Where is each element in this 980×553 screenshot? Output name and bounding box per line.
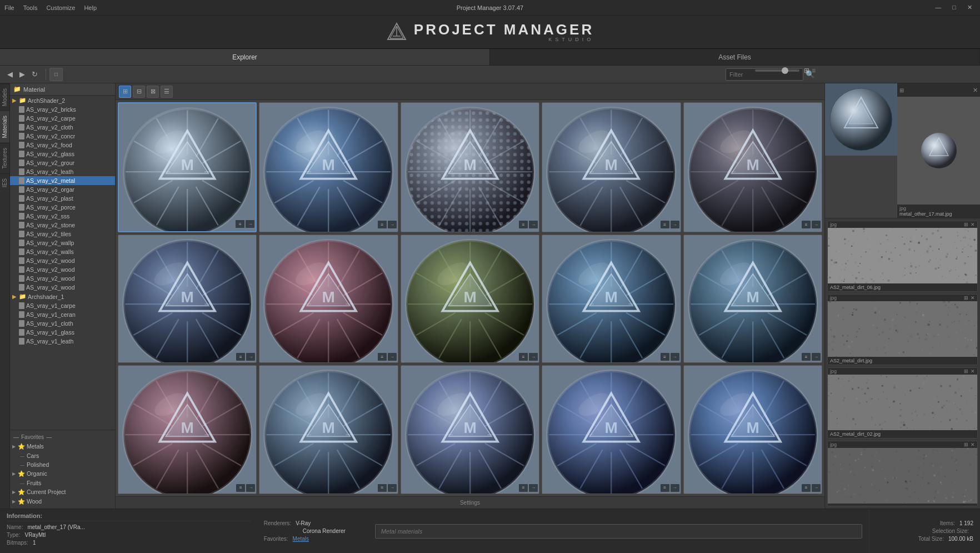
tree-item-carpet[interactable]: AS_vray_v2_carpe — [10, 114, 115, 123]
grid-action-arrow-4[interactable]: → — [671, 221, 679, 228]
menu-customize[interactable]: Customize — [46, 4, 75, 11]
grid-item-12[interactable]: M ≡ → metal_sheet_09 (VRayMtl) — [259, 365, 398, 494]
tree-item-glass[interactable]: AS_vray_v2_glass — [10, 150, 115, 158]
tree-item-cloth[interactable]: AS_vray_v2_cloth — [10, 123, 115, 132]
tree-item-v1ceramic[interactable]: AS_vray_v1_ceran — [10, 310, 115, 319]
tree-item-wallpaper[interactable]: AS_vray_v2_wallp — [10, 238, 115, 247]
close-btn[interactable]: ✕ — [964, 3, 976, 12]
menu-file[interactable]: File — [4, 4, 14, 11]
grid-action-menu-12[interactable]: ≡ — [378, 484, 387, 492]
fav-item-wood[interactable]: ▶⭐ Wood — [10, 497, 115, 506]
grid-action-menu-1[interactable]: ≡ — [236, 220, 244, 228]
grid-action-arrow-10[interactable]: → — [812, 353, 821, 361]
grid-action-menu-6[interactable]: ≡ — [236, 353, 245, 361]
minimize-btn[interactable]: — — [932, 3, 944, 12]
tree-item-v1leather[interactable]: AS_vray_v1_leath — [10, 337, 115, 346]
grid-action-menu-14[interactable]: ≡ — [661, 484, 669, 492]
tree-item-bricks[interactable]: AS_vray_v2_bricks — [10, 105, 115, 114]
tree-item-sss[interactable]: AS_vray_v2_sss — [10, 212, 115, 221]
gallery-close-icon-3[interactable]: ✕ — [971, 368, 975, 374]
grid-action-menu-10[interactable]: ≡ — [802, 353, 811, 361]
grid-item-15[interactable]: M ≡ → metal_sheet_12 (VRayMtl) — [683, 365, 822, 494]
grid-action-arrow-11[interactable]: → — [246, 484, 255, 492]
tree-item-wood4[interactable]: AS_vray_v2_wood — [10, 283, 115, 292]
grid-action-arrow-15[interactable]: → — [812, 484, 821, 492]
menu-tools[interactable]: Tools — [23, 4, 38, 11]
fav-item-metals[interactable]: ▶⭐ Metals — [10, 442, 115, 451]
grid-action-arrow-1[interactable]: → — [246, 220, 254, 228]
gallery-item-4[interactable]: jpg ⊞ ✕ — [827, 441, 978, 506]
grid-item-6[interactable]: M ≡ → metal_sheet_03 (VRayMtl) — [118, 235, 257, 363]
size-slider-thumb[interactable] — [782, 67, 788, 74]
grid-action-arrow-5[interactable]: → — [812, 221, 821, 228]
fav-item-fruits[interactable]: —Fruits — [10, 479, 115, 487]
grid-item-10[interactable]: M ≡ → metal_sheet_07 (VRayMtl) — [683, 235, 822, 363]
tree-item-wood2[interactable]: AS_vray_v2_wood — [10, 265, 115, 274]
grid-item-1[interactable]: M ≡ → metal_other_17 (VRayMtl) — [118, 102, 257, 232]
tree-item-v1cloth[interactable]: AS_vray_v1_cloth — [10, 319, 115, 328]
tree-item-stone[interactable]: AS_vray_v2_stone — [10, 221, 115, 230]
tree-item-archshader1[interactable]: ▶📁Archshader_1 — [10, 292, 115, 301]
grid-action-menu-2[interactable]: ≡ — [378, 221, 387, 228]
view-large-btn[interactable]: ⊞ — [119, 86, 131, 98]
grid-item-5[interactable]: M ≡ → metal_sheet_02 (VRayMtl) — [683, 102, 822, 232]
grid-action-menu-15[interactable]: ≡ — [802, 484, 811, 492]
tree-item-concrete[interactable]: AS_vray_v2_concr — [10, 132, 115, 141]
grid-item-8[interactable]: M ≡ → metal_sheet_05 (VRayMtl) — [401, 235, 539, 363]
tree-item-tiles[interactable]: AS_vray_v2_tiles — [10, 230, 115, 238]
favorites-link-value[interactable]: Metals — [293, 536, 309, 542]
grid-action-arrow-9[interactable]: → — [671, 353, 679, 361]
tab-asset-files[interactable]: Asset Files — [490, 49, 980, 65]
side-tab-ies[interactable]: IES — [0, 173, 9, 192]
grid-settings[interactable]: Settings — [116, 496, 824, 509]
grid-action-arrow-7[interactable]: → — [388, 353, 397, 361]
fav-item-current_project[interactable]: ▶⭐ Current Project — [10, 487, 115, 497]
grid-action-menu-4[interactable]: ≡ — [661, 221, 669, 228]
menu-help[interactable]: Help — [84, 4, 97, 11]
right-top-grid-icon[interactable]: ⊞ — [899, 87, 904, 93]
maximize-btn[interactable]: □ — [949, 3, 959, 12]
view-list-btn[interactable]: ☰ — [161, 86, 173, 98]
gallery-close-icon-1[interactable]: ✕ — [971, 222, 975, 227]
grid-action-arrow-3[interactable]: → — [529, 221, 538, 228]
side-tab-models[interactable]: Models — [0, 83, 9, 111]
gallery-item-2[interactable]: jpg ⊞ ✕ AS2_metal_dirt — [827, 294, 978, 365]
grid-item-4[interactable]: M ≡ → metal_sheet_01 (VRayMtl) — [542, 102, 681, 232]
grid-action-arrow-14[interactable]: → — [671, 484, 679, 492]
grid-item-9[interactable]: M ≡ → metal_sheet_06 (VRayMtl) — [542, 235, 681, 363]
search-input[interactable] — [375, 524, 862, 539]
gallery-grid-icon-3[interactable]: ⊞ — [964, 368, 968, 374]
grid-item-7[interactable]: M ≡ → metal_sheet_04 (VRayMtl) — [259, 235, 398, 363]
tree-item-metal[interactable]: AS_vray_v2_metal — [10, 176, 115, 185]
grid-action-menu-9[interactable]: ≡ — [661, 353, 669, 361]
tree-item-wood1[interactable]: AS_vray_v2_wood — [10, 256, 115, 265]
tree-item-walls[interactable]: AS_vray_v2_walls — [10, 247, 115, 256]
right-gallery[interactable]: jpg ⊞ ✕ AS2_metal_dirt — [825, 218, 980, 509]
grid-action-arrow-2[interactable]: → — [388, 221, 397, 228]
panel-toggle-btn[interactable]: □ — [49, 68, 63, 81]
tree-item-wood3[interactable]: AS_vray_v2_wood — [10, 274, 115, 283]
grid-action-menu-3[interactable]: ≡ — [519, 221, 528, 228]
grid-action-arrow-8[interactable]: → — [529, 353, 538, 361]
grid-action-arrow-12[interactable]: → — [388, 484, 397, 492]
tree-item-v1carpet[interactable]: AS_vray_v1_carpe — [10, 301, 115, 310]
grid-action-menu-13[interactable]: ≡ — [519, 484, 528, 492]
refresh-button[interactable]: ↻ — [29, 69, 40, 80]
material-grid[interactable]: M ≡ → metal_other_17 (VRayMtl) — [116, 100, 824, 496]
gallery-grid-icon-1[interactable]: ⊞ — [964, 222, 968, 227]
tree-item-v1glass[interactable]: AS_vray_v1_glass — [10, 328, 115, 337]
view-medium-btn[interactable]: ⊟ — [133, 86, 145, 98]
grid-action-menu-5[interactable]: ≡ — [802, 221, 811, 228]
gallery-grid-icon-2[interactable]: ⊞ — [964, 295, 968, 301]
tab-explorer[interactable]: Explorer — [0, 49, 490, 65]
gallery-close-icon-2[interactable]: ✕ — [971, 295, 975, 301]
grid-action-menu-7[interactable]: ≡ — [378, 353, 387, 361]
grid-item-14[interactable]: M ≡ → metal_sheet_11 (VRayMtl) — [542, 365, 681, 494]
gallery-grid-icon-4[interactable]: ⊞ — [964, 442, 968, 447]
grid-item-13[interactable]: M ≡ → metal_sheet_10 (VRayMtl) — [401, 365, 539, 494]
fav-item-cars[interactable]: —Cars — [10, 451, 115, 460]
right-top-close-icon[interactable]: ✕ — [973, 87, 978, 94]
view-small-btn[interactable]: ⊠ — [147, 86, 159, 98]
grid-item-11[interactable]: M ≡ → metal_sheet_08 (VRayMtl) — [118, 365, 257, 494]
gallery-close-icon-4[interactable]: ✕ — [971, 442, 975, 447]
